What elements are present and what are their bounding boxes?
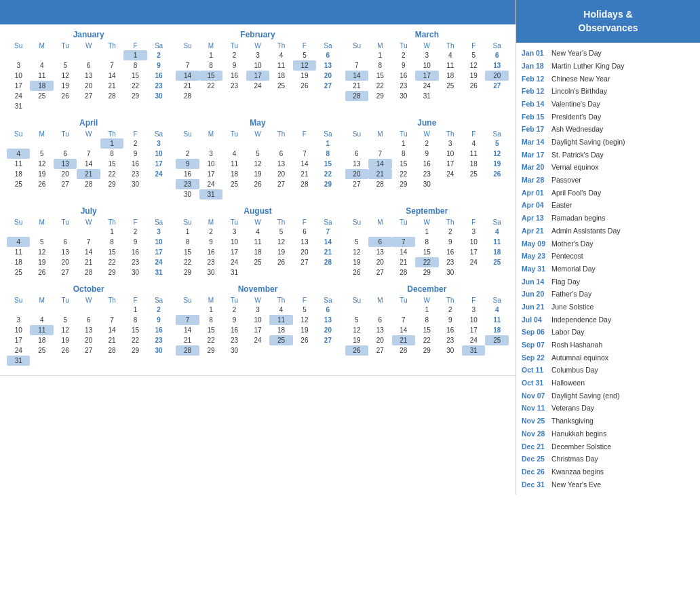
day-header: Sa (147, 218, 171, 227)
cal-day: 16 (123, 159, 147, 169)
year-header (0, 0, 516, 24)
day-header: W (415, 218, 438, 227)
cal-day: 26 (293, 335, 316, 345)
cal-day (246, 345, 269, 356)
holiday-name: Chinese New Year (551, 74, 610, 84)
holiday-name: Autumnal equinox (551, 353, 608, 363)
month-title: August (176, 206, 339, 216)
cal-day (462, 267, 485, 278)
holiday-date: Oct 31 (522, 378, 551, 388)
cal-day: 15 (123, 71, 147, 81)
cal-day (485, 267, 509, 278)
cal-day (368, 138, 391, 149)
day-header: Su (7, 41, 30, 50)
cal-day: 4 (485, 305, 509, 315)
cal-day: 31 (222, 267, 246, 278)
cal-day: 15 (176, 247, 199, 257)
list-item: Oct 11Columbus Day (522, 364, 695, 377)
cal-day: 3 (222, 227, 246, 237)
cal-day: 12 (462, 60, 485, 71)
cal-day (222, 138, 246, 149)
day-header: Tu (392, 41, 415, 50)
cal-day: 30 (199, 267, 222, 278)
day-header: M (368, 41, 391, 50)
cal-day: 13 (316, 315, 340, 325)
day-header: M (30, 218, 53, 227)
cal-day: 22 (199, 335, 222, 345)
cal-day: 23 (123, 257, 147, 267)
cal-day (293, 267, 316, 278)
cal-day: 27 (316, 335, 340, 345)
cal-day: 10 (222, 237, 246, 247)
cal-day: 26 (30, 267, 53, 278)
cal-day (316, 345, 340, 356)
cal-table: SuMTuWThFSa12345678910111213141516171819… (176, 130, 339, 200)
cal-day: 21 (176, 81, 199, 91)
cal-day (7, 138, 30, 149)
day-header: M (368, 218, 391, 227)
cal-day: 10 (199, 159, 222, 169)
cal-day: 26 (246, 179, 269, 189)
cal-day: 3 (439, 138, 462, 149)
holiday-date: Jun 20 (522, 289, 551, 299)
cal-day: 25 (269, 335, 292, 345)
day-header: M (199, 130, 222, 138)
cal-day: 7 (392, 237, 415, 247)
cal-day: 6 (345, 149, 368, 159)
cal-day: 15 (392, 159, 415, 169)
holiday-name: Thanksgiving (551, 416, 594, 426)
cal-day: 7 (345, 60, 368, 71)
month-march: MarchSuMTuWThFSa123456789101112131415161… (345, 30, 509, 111)
cal-day: 28 (176, 345, 199, 356)
holiday-name: Columbus Day (551, 365, 598, 375)
month-title: March (345, 30, 509, 39)
cal-day: 2 (439, 305, 462, 315)
cal-day: 8 (199, 315, 222, 325)
day-header: Su (176, 296, 199, 305)
cal-day: 1 (415, 305, 438, 315)
cal-day: 24 (147, 169, 171, 179)
list-item: Mar 20Vernal equinox (522, 161, 695, 174)
day-header: F (123, 218, 147, 227)
holiday-name: Easter (551, 200, 572, 210)
cal-day: 24 (147, 257, 171, 267)
holiday-name: St. Patrick's Day (551, 150, 604, 160)
cal-day (30, 101, 53, 111)
day-header: Sa (316, 41, 340, 50)
cal-day: 1 (100, 138, 123, 149)
cal-day (316, 91, 340, 101)
day-header: Su (345, 296, 368, 305)
cal-table: SuMTuWThFSa12345678910111213141516171819… (7, 218, 170, 278)
cal-day: 12 (345, 247, 368, 257)
cal-day: 31 (415, 91, 438, 101)
day-header: W (77, 41, 100, 50)
cal-day (269, 138, 292, 149)
cal-table: SuMTuWThFSa12345678910111213141516171819… (176, 296, 339, 356)
cal-day: 6 (316, 305, 340, 315)
list-item: Mar 17St. Patrick's Day (522, 149, 695, 162)
cal-day: 30 (439, 345, 462, 356)
month-august: AugustSuMTuWThFSa12345678910111213141516… (176, 206, 339, 278)
holiday-date: Jan 01 (522, 48, 551, 58)
holiday-date: Jul 04 (522, 315, 551, 325)
cal-day: 3 (199, 149, 222, 159)
cal-day: 23 (199, 257, 222, 267)
list-item: Mar 14Daylight Saving (begin) (522, 136, 695, 149)
cal-day: 8 (123, 315, 147, 325)
cal-day: 24 (462, 335, 485, 345)
cal-day (345, 50, 368, 60)
list-item: Jan 01New Year's Day (522, 47, 695, 60)
cal-day (485, 179, 509, 189)
cal-day: 6 (368, 237, 391, 247)
holiday-name: New Year's Eve (551, 480, 601, 490)
cal-day: 19 (30, 257, 53, 267)
day-header: Th (269, 296, 292, 305)
day-header: Tu (54, 218, 77, 227)
cal-day: 25 (7, 179, 30, 189)
cal-day: 9 (392, 60, 415, 71)
cal-day: 26 (269, 257, 292, 267)
cal-day: 23 (439, 335, 462, 345)
cal-day (100, 101, 123, 111)
cal-day: 24 (7, 91, 30, 101)
holiday-name: April Fool's Day (551, 188, 601, 198)
